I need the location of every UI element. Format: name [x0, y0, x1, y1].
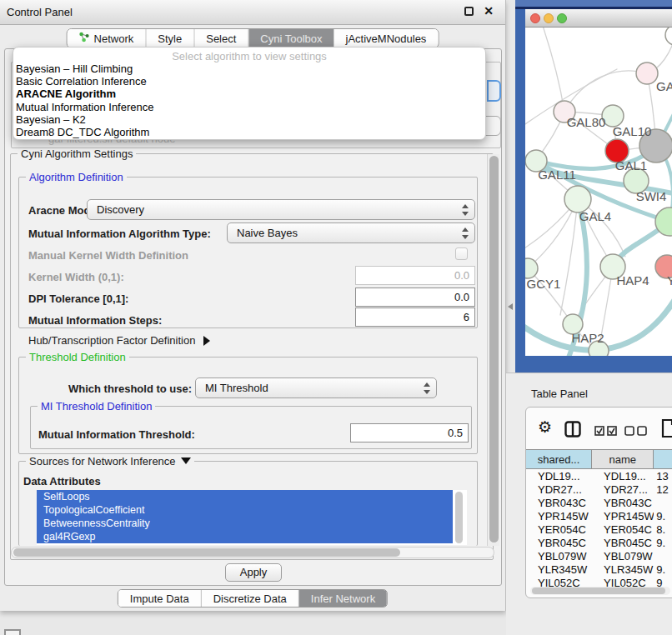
algorithm-item[interactable]: Dream8 DC_TDC Algorithm	[13, 126, 485, 138]
table-cell: 12	[654, 483, 672, 497]
table-cell: 9.	[654, 563, 672, 577]
algorithm-combo-edge[interactable]	[487, 80, 501, 102]
kernel-width-field[interactable]: 0.0	[355, 266, 475, 285]
tab-cyni-toolbox[interactable]: Cyni Toolbox	[248, 29, 333, 48]
attribute-item-selected[interactable]: TopologicalCoefficient	[37, 503, 453, 517]
tab-impute-data[interactable]: Impute Data	[118, 590, 202, 607]
network-window-titlebar[interactable]	[525, 9, 672, 28]
group-title: MI Threshold Definition	[38, 400, 155, 412]
manual-kernel-checkbox[interactable]	[455, 248, 468, 260]
columns-icon[interactable]	[564, 421, 581, 441]
table-horizontal-scrollbar[interactable]	[530, 587, 670, 595]
list-scrollbar[interactable]	[455, 492, 463, 543]
stepper-arrows-icon	[461, 227, 469, 240]
table-row[interactable]: YBL079WYBL079W	[526, 550, 672, 563]
minimized-panel-icon[interactable]	[4, 629, 21, 635]
algorithm-item[interactable]: ARACNE Algorithm	[13, 88, 485, 100]
table-cell: YBR043C	[592, 497, 654, 510]
algorithm-item[interactable]: Bayesian – Hill Climbing	[13, 62, 485, 75]
tab-label: Select	[206, 32, 236, 45]
table-row[interactable]: YBR045CYBR045C9.	[526, 537, 672, 550]
tab-label: Cyni Toolbox	[260, 32, 322, 45]
mi-steps-field[interactable]: 6	[355, 308, 475, 327]
dpi-tolerance-field[interactable]: 0.0	[355, 288, 475, 307]
aracne-mode-select[interactable]: Discovery	[87, 199, 475, 220]
table-cell: YBR045C	[526, 537, 592, 550]
network-canvas[interactable]: GAL80GAL10GAL1GAL11SWI4GAL4GCY1HAP4HAP2G…	[525, 28, 672, 356]
mi-threshold-field[interactable]: 0.5	[350, 423, 469, 442]
table-row[interactable]: YDL19...YDL19...13	[526, 470, 672, 483]
table-rows: YDL19...YDL19...13YDR27...YDR27...12YBR0…	[526, 470, 672, 587]
network-node[interactable]	[636, 62, 658, 84]
column-header[interactable]: shared...	[526, 450, 592, 468]
table-cell: YER054C	[526, 523, 592, 537]
table-row[interactable]: YDR27...YDR27...12	[526, 483, 672, 497]
settings-vertical-scrollbar[interactable]	[487, 154, 499, 546]
close-icon[interactable]: ✕	[484, 4, 494, 18]
zoom-traffic-icon[interactable]	[557, 13, 567, 23]
which-threshold-select[interactable]: MI Threshold	[195, 378, 437, 398]
unchecked-pair-icon[interactable]	[624, 425, 648, 440]
table-row[interactable]: YPR145WYPR145W9.	[526, 510, 672, 523]
table-cell: YIL052C	[526, 577, 592, 587]
tab-jactivemnodules[interactable]: jActiveMNodules	[334, 29, 439, 48]
table-row[interactable]: YLR345WYLR345W9.	[526, 563, 672, 577]
tab-label: Style	[158, 32, 182, 45]
sources-expander[interactable]: Sources for Network Inference	[26, 455, 194, 468]
attribute-item-selected[interactable]: gal4RGexp	[37, 530, 453, 543]
close-traffic-icon[interactable]	[530, 13, 540, 23]
table-cell: YDL19...	[526, 470, 592, 483]
table-cell: YPR145W	[526, 510, 592, 523]
tab-infer-network[interactable]: Infer Network	[299, 590, 387, 607]
table-cell	[654, 550, 672, 563]
attribute-item-selected[interactable]: BetweennessCentrality	[37, 517, 453, 530]
checked-pair-icon[interactable]	[594, 425, 618, 440]
settings-horizontal-scrollbar[interactable]	[11, 547, 494, 558]
mi-type-label: Mutual Information Algorithm Type:	[28, 228, 211, 240]
gear-icon[interactable]: ⚙	[538, 419, 552, 435]
table-cell: 9.	[654, 510, 672, 523]
table-cell: YBL079W	[592, 550, 654, 563]
column-header[interactable]: name	[592, 450, 654, 468]
chevron-right-icon	[203, 336, 210, 346]
tab-style[interactable]: Style	[146, 29, 194, 48]
kernel-width-label: Kernel Width (0,1):	[28, 271, 124, 283]
table-cell: YPR145W	[592, 510, 654, 523]
tab-discretize-data[interactable]: Discretize Data	[202, 590, 299, 607]
stepper-arrows-icon	[461, 203, 469, 217]
table-cell: 9	[654, 577, 672, 587]
attribute-item-selected[interactable]: SelfLoops	[37, 490, 453, 503]
network-node[interactable]	[665, 28, 672, 45]
page-icon[interactable]	[661, 418, 672, 442]
network-window: GAL80GAL10GAL1GAL11SWI4GAL4GCY1HAP4HAP2G…	[525, 9, 672, 356]
apply-button[interactable]: Apply	[225, 563, 282, 582]
float-window-icon[interactable]	[464, 7, 474, 16]
minimize-traffic-icon[interactable]	[544, 13, 554, 23]
algorithm-item[interactable]: Basic Correlation Inference	[13, 75, 485, 88]
data-attributes-list[interactable]: SelfLoopsTopologicalCoefficientBetweenne…	[37, 490, 467, 545]
table-cell: YBL079W	[526, 550, 592, 563]
table-panel-window: ⚙ shared.	[525, 407, 672, 598]
tab-select[interactable]: Select	[194, 29, 248, 48]
hub-definition-expander[interactable]: Hub/Transcription Factor Definition	[28, 334, 210, 347]
group-title: Threshold Definition	[26, 351, 129, 363]
network-icon	[79, 32, 90, 45]
split-pane-handle-icon[interactable]	[508, 303, 513, 310]
network-edge[interactable]	[542, 28, 564, 112]
algorithm-item[interactable]: Mutual Information Inference	[13, 101, 485, 113]
node-label: GAL4	[579, 209, 611, 223]
mi-type-select[interactable]: Naive Bayes	[227, 222, 475, 243]
table-header-row: shared...name	[526, 449, 672, 469]
table-cell: YER054C	[592, 523, 654, 537]
hub-definition-label: Hub/Transcription Factor Definition	[28, 334, 195, 347]
table-row[interactable]: YIL052CYIL052C9	[526, 577, 672, 587]
table-cell: 9.	[654, 537, 672, 550]
table-row[interactable]: YER054CYER054C8.	[526, 523, 672, 537]
table-row[interactable]: YBR043CYBR043C	[526, 497, 672, 510]
algorithm-popup: Select algorithm to view settings Bayesi…	[13, 47, 486, 140]
frame-top-strip	[515, 0, 672, 7]
tab-network[interactable]: Network	[68, 29, 147, 48]
node-label: GCY1	[527, 277, 561, 291]
algorithm-item[interactable]: Bayesian – K2	[13, 113, 485, 126]
column-header[interactable]	[654, 450, 672, 468]
